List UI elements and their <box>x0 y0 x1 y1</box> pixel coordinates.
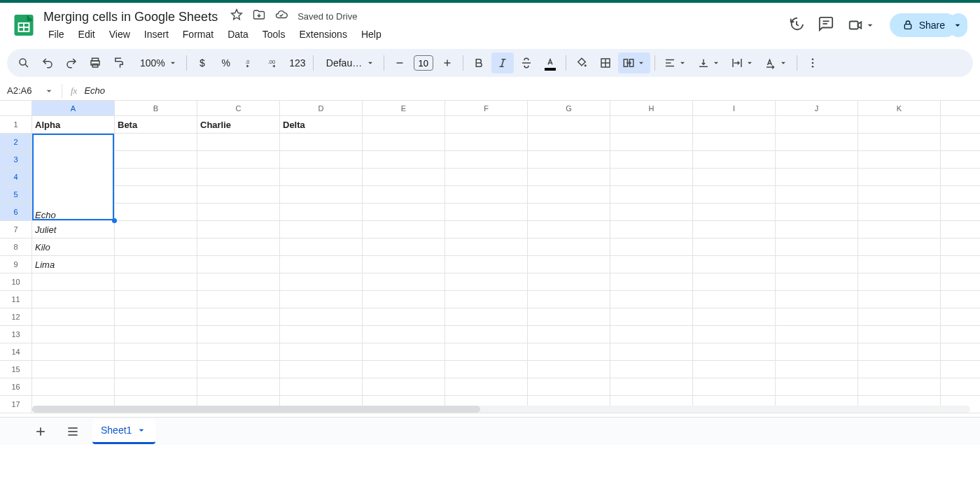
cell[interactable] <box>610 256 693 273</box>
cell[interactable] <box>363 186 445 204</box>
cell[interactable] <box>693 378 776 396</box>
cell[interactable] <box>115 169 197 186</box>
cell[interactable] <box>693 291 776 308</box>
cell[interactable] <box>197 186 280 204</box>
cell[interactable] <box>858 273 941 291</box>
cell[interactable] <box>693 204 776 221</box>
cell[interactable] <box>445 326 528 343</box>
cell[interactable] <box>776 169 858 186</box>
cell[interactable] <box>197 169 280 186</box>
text-wrap-button[interactable] <box>727 52 759 73</box>
zoom-dropdown[interactable]: 100% <box>132 52 182 73</box>
cell[interactable] <box>280 326 363 343</box>
cell[interactable] <box>280 361 363 378</box>
menu-insert[interactable]: Insert <box>138 26 175 43</box>
cell[interactable] <box>693 361 776 378</box>
menu-data[interactable]: Data <box>221 26 255 43</box>
row-header-8[interactable]: 8 <box>0 239 32 256</box>
row-header-9[interactable]: 9 <box>0 256 32 273</box>
cell[interactable] <box>941 116 980 134</box>
cell[interactable] <box>280 204 363 221</box>
cell[interactable] <box>445 361 528 378</box>
cell[interactable] <box>610 169 693 186</box>
cell[interactable] <box>941 308 980 326</box>
cell[interactable] <box>363 134 445 151</box>
cell[interactable] <box>280 343 363 361</box>
cell[interactable] <box>363 308 445 326</box>
cell[interactable] <box>858 343 941 361</box>
cell[interactable] <box>445 204 528 221</box>
cell[interactable] <box>197 239 280 256</box>
cell[interactable] <box>528 186 610 204</box>
currency-format-button[interactable]: $ <box>191 52 214 73</box>
cell[interactable] <box>115 239 197 256</box>
strikethrough-button[interactable] <box>515 52 538 73</box>
cell[interactable] <box>528 343 610 361</box>
col-header-c[interactable]: C <box>197 101 280 116</box>
cell-b1[interactable]: Beta <box>115 116 197 134</box>
italic-button[interactable] <box>491 52 514 73</box>
cell-c1[interactable]: Charlie <box>197 116 280 134</box>
cell[interactable] <box>528 151 610 169</box>
cell-a7[interactable]: Juliet <box>32 221 115 239</box>
cell[interactable] <box>858 326 941 343</box>
percent-format-button[interactable]: % <box>215 52 237 73</box>
formula-input[interactable]: Echo <box>83 85 980 96</box>
cell[interactable] <box>280 239 363 256</box>
cell[interactable] <box>858 308 941 326</box>
cell[interactable] <box>363 116 445 134</box>
cell[interactable] <box>858 378 941 396</box>
cell[interactable] <box>776 273 858 291</box>
decrease-font-button[interactable] <box>388 52 411 73</box>
star-icon[interactable] <box>230 8 243 24</box>
col-header-g[interactable]: G <box>528 101 610 116</box>
cell[interactable] <box>776 204 858 221</box>
cell[interactable] <box>32 378 115 396</box>
cell[interactable] <box>610 343 693 361</box>
cell[interactable] <box>941 273 980 291</box>
cell[interactable] <box>858 116 941 134</box>
cell[interactable] <box>858 361 941 378</box>
cell[interactable] <box>363 204 445 221</box>
cell[interactable] <box>115 186 197 204</box>
menu-tools[interactable]: Tools <box>256 26 292 43</box>
cell[interactable] <box>528 308 610 326</box>
share-button[interactable]: Share <box>890 13 958 37</box>
cell[interactable] <box>610 273 693 291</box>
cell[interactable] <box>280 273 363 291</box>
merge-cells-button[interactable] <box>618 52 650 73</box>
cell[interactable] <box>115 221 197 239</box>
meet-button[interactable] <box>848 17 876 33</box>
menu-format[interactable]: Format <box>176 26 220 43</box>
more-icon[interactable] <box>802 52 824 73</box>
cell[interactable] <box>197 343 280 361</box>
col-header-f[interactable]: F <box>445 101 528 116</box>
row-header-7[interactable]: 7 <box>0 221 32 239</box>
col-header-d[interactable]: D <box>280 101 363 116</box>
cell[interactable] <box>941 134 980 151</box>
cell[interactable] <box>858 204 941 221</box>
cell[interactable] <box>941 343 980 361</box>
cell[interactable] <box>363 221 445 239</box>
font-dropdown[interactable]: Defaul... <box>318 52 379 73</box>
cell[interactable] <box>776 256 858 273</box>
cell[interactable] <box>280 186 363 204</box>
scrollbar-thumb[interactable] <box>32 406 480 413</box>
cell[interactable] <box>941 378 980 396</box>
cell[interactable] <box>115 343 197 361</box>
cell[interactable] <box>693 116 776 134</box>
cell[interactable] <box>776 378 858 396</box>
fill-color-button[interactable] <box>570 52 593 73</box>
redo-icon[interactable] <box>60 52 83 73</box>
cell[interactable] <box>445 186 528 204</box>
cell[interactable] <box>363 273 445 291</box>
cell[interactable] <box>858 221 941 239</box>
cell[interactable] <box>445 151 528 169</box>
row-header-4[interactable]: 4 <box>0 169 32 186</box>
font-size-input[interactable] <box>414 55 433 71</box>
select-all-corner[interactable] <box>0 101 32 116</box>
row-header-13[interactable]: 13 <box>0 326 32 343</box>
cell[interactable] <box>941 326 980 343</box>
cell[interactable] <box>941 239 980 256</box>
row-header-2[interactable]: 2 <box>0 134 32 151</box>
